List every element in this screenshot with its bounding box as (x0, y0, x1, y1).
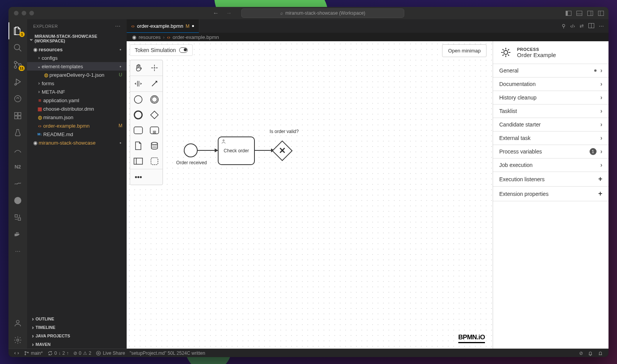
props-group-process-variables[interactable]: Process variables 1› (493, 145, 609, 158)
activity-custom-2[interactable] (8, 175, 27, 192)
activity-search[interactable] (8, 39, 27, 56)
breadcrumb-file[interactable]: order-example.bpmn (173, 34, 219, 40)
activity-extensions[interactable] (8, 107, 27, 124)
tree-file-choose-distributor[interactable]: ▦ choose-distributor.dmn (27, 104, 127, 113)
props-group-history-cleanup[interactable]: History cleanup › (493, 91, 609, 104)
props-group-external-task[interactable]: External task › (493, 131, 609, 145)
status-sync[interactable]: 0↓ 2↑ (45, 351, 71, 356)
split-editor-icon[interactable] (588, 23, 594, 29)
tab-label: order-example.bpmn (137, 23, 183, 29)
create-group[interactable] (146, 153, 163, 169)
hand-tool[interactable] (130, 60, 146, 76)
create-task[interactable] (130, 123, 146, 138)
activity-github[interactable] (8, 192, 27, 209)
create-participant[interactable] (130, 153, 146, 169)
command-center[interactable]: ⌕ miranum-stack-showcase (Workspace) (241, 8, 404, 18)
sidebar-more-icon[interactable]: ⋯ (115, 23, 121, 29)
workspace-section[interactable]: ⌄ MIRANUM-STACK-SHOWCASE (WORKSPACE) (27, 33, 127, 44)
close-window-button[interactable] (14, 11, 19, 15)
tree-folder-miranum-showcase[interactable]: ◉ miranum-stack-showcase ● (27, 138, 127, 147)
sequence-flow-2[interactable] (255, 150, 274, 151)
maven-section[interactable]: › MAVEN (27, 340, 127, 349)
activity-n2[interactable]: N2 (8, 158, 27, 175)
layout-customize-icon[interactable] (598, 10, 604, 16)
svg-point-13 (15, 96, 21, 102)
tree-file-order-example[interactable]: ‹› order-example.bpmn M (27, 121, 127, 130)
open-minimap-button[interactable]: Open minimap (442, 44, 486, 57)
create-start-event[interactable] (130, 92, 146, 107)
tree-folder-resources[interactable]: ◉ resources ● (27, 45, 127, 54)
status-remote[interactable] (12, 351, 22, 356)
tree-file-application-yaml[interactable]: ≡ application.yaml (27, 96, 127, 104)
timeline-section[interactable]: › TIMELINE (27, 323, 127, 332)
activity-accounts[interactable] (8, 315, 27, 332)
global-connect-tool[interactable] (146, 76, 163, 91)
outline-section[interactable]: › OUTLINE (27, 315, 127, 323)
tree-file-prepare-delivery[interactable]: ◍ prepareDelivery-0-1.json U (27, 71, 127, 79)
maximize-window-button[interactable] (29, 11, 34, 15)
create-gateway[interactable] (146, 107, 163, 123)
nav-forward-button[interactable]: → (226, 10, 232, 17)
props-group-job-execution[interactable]: Job execution › (493, 158, 609, 172)
create-subprocess[interactable] (146, 123, 163, 138)
create-intermediate-event[interactable] (146, 92, 163, 107)
tree-folder-element-templates[interactable]: ⌄ element-templates ● (27, 62, 127, 71)
activity-docker[interactable] (8, 226, 27, 243)
activity-run-debug[interactable] (8, 73, 27, 90)
minimize-window-button[interactable] (22, 11, 26, 15)
props-group-general[interactable]: General › (493, 64, 609, 78)
layout-panel-icon[interactable] (576, 10, 582, 16)
svg-rect-7 (598, 11, 600, 15)
diff-icon[interactable]: ‹/› (570, 23, 575, 29)
create-end-event[interactable] (130, 107, 146, 123)
activity-custom-1[interactable] (8, 141, 27, 158)
props-group-documentation[interactable]: Documentation › (493, 78, 609, 91)
status-feedback[interactable]: ⊘ (577, 351, 585, 356)
tree-file-readme[interactable]: M↓ README.md (27, 130, 127, 138)
activity-more[interactable]: ⋯ (8, 243, 27, 260)
tree-folder-meta-inf[interactable]: › META-INF (27, 88, 127, 96)
breadcrumb-folder[interactable]: resources (139, 34, 161, 40)
props-group-tasklist[interactable]: Tasklist › (493, 104, 609, 118)
activity-testing[interactable] (8, 124, 27, 141)
space-tool[interactable] (130, 76, 146, 91)
tree-folder-configs[interactable]: › configs (27, 54, 127, 62)
activity-custom-3[interactable] (8, 209, 27, 226)
gateway-label: Is order valid? (267, 129, 302, 134)
status-live-share[interactable]: Live Share (93, 351, 127, 356)
status-problems[interactable]: ⊘0 ⚠2 (71, 351, 93, 356)
compare-icon[interactable]: ⇄ (580, 23, 584, 29)
plus-icon[interactable]: + (598, 190, 602, 198)
more-actions-icon[interactable]: ⋯ (599, 23, 604, 29)
activity-explorer[interactable]: 1 (8, 22, 27, 39)
sequence-flow-1[interactable] (198, 150, 218, 151)
activity-settings[interactable] (8, 332, 27, 349)
layout-sidebar-right-icon[interactable] (587, 10, 593, 16)
exclusive-gateway[interactable]: ✕ (272, 140, 293, 161)
create-data-object[interactable] (130, 138, 146, 153)
token-simulation-toggle[interactable]: Token Simulation (130, 44, 193, 56)
props-group-execution-listeners[interactable]: Execution listeners + (493, 172, 609, 187)
start-event-order-received[interactable] (184, 143, 198, 157)
user-task-check-order[interactable]: Check order (218, 136, 255, 165)
nav-back-button[interactable]: ← (213, 10, 219, 17)
run-icon[interactable]: ⚲ (562, 23, 566, 29)
tree-file-miranum-json[interactable]: ◍ miranum.json (27, 113, 127, 121)
activity-remote[interactable] (8, 90, 27, 107)
activity-source-control[interactable]: 11 (8, 56, 27, 73)
lasso-tool[interactable] (146, 60, 163, 76)
plus-icon[interactable]: + (598, 175, 602, 183)
props-group-extension-properties[interactable]: Extension properties + (493, 187, 609, 201)
svg-point-42 (97, 351, 101, 355)
status-branch[interactable]: main* (22, 351, 45, 356)
tree-folder-forms[interactable]: › forms (27, 79, 127, 88)
bpmn-canvas[interactable]: Token Simulation Open minimap BPMN.iO (127, 41, 493, 349)
java-projects-section[interactable]: › JAVA PROJECTS (27, 332, 127, 340)
layout-sidebar-left-icon[interactable] (565, 10, 571, 16)
status-notifications[interactable] (585, 351, 595, 356)
status-bell[interactable] (595, 351, 605, 356)
create-data-store[interactable] (146, 138, 163, 153)
palette-more[interactable]: ••• (130, 169, 163, 185)
tab-order-example[interactable]: ‹› order-example.bpmn M • (127, 19, 199, 33)
props-group-candidate-starter[interactable]: Candidate starter › (493, 118, 609, 131)
